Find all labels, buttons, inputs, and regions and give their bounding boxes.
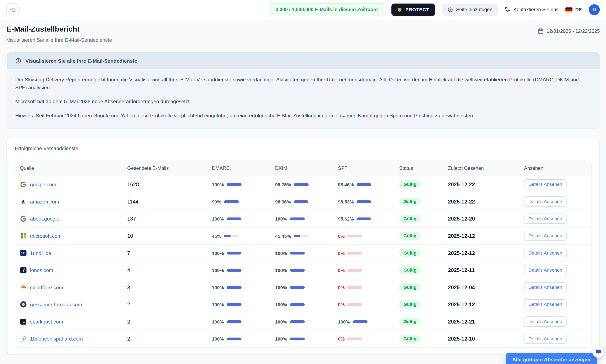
dmarc-cell: 45% bbox=[207, 230, 270, 242]
view-cell: Details Ansehen bbox=[519, 262, 591, 278]
dmarc-metric: 100% bbox=[212, 302, 241, 307]
svg-text:G: G bbox=[22, 302, 25, 307]
dmarc-percent: 100% bbox=[212, 319, 224, 324]
details-button[interactable]: Details Ansehen bbox=[524, 282, 566, 292]
senders-card: Erfolgreiche Versanddienste QuelleGesend… bbox=[7, 138, 600, 354]
table-row: ionos.com4100%100%0%Gültig2025-12-11Deta… bbox=[15, 262, 591, 279]
spf-cell: 0% bbox=[333, 230, 395, 242]
add-page-button[interactable]: Seite hinzufügen bbox=[442, 3, 498, 16]
source-cell: aamazon.com bbox=[15, 195, 123, 208]
contact-us-link[interactable]: Kontaktieren Sie uns bbox=[505, 7, 559, 13]
source-link[interactable]: 1und1.de bbox=[30, 250, 51, 256]
topbar-actions: 3,000 / 1,000,000 E-Mails in diesem Zeit… bbox=[269, 3, 600, 16]
source-link[interactable]: about.google bbox=[30, 216, 59, 221]
table-row: 1&11und1.de7100%100%0%Gültig2025-12-12De… bbox=[15, 245, 591, 262]
dkim-metric: 45.45% bbox=[275, 234, 308, 239]
spf-cell: 98.53% bbox=[333, 195, 395, 208]
source-link[interactable]: cloudflare.com bbox=[30, 284, 63, 290]
source-link[interactable]: google.com bbox=[30, 182, 56, 187]
dmarc-progress-bar bbox=[227, 183, 241, 186]
dmarc-metric: 99% bbox=[212, 199, 239, 204]
spf-cell: 98.46% bbox=[333, 178, 395, 190]
quota-badge: 3,000 / 1,000,000 E-Mails in diesem Zeit… bbox=[269, 3, 384, 16]
spf-progress-bar bbox=[347, 252, 362, 255]
info-icon bbox=[15, 58, 21, 64]
chat-launcher[interactable] bbox=[592, 346, 604, 358]
sidebar-collapse-button[interactable] bbox=[6, 3, 20, 16]
last-seen-date: 2025-12-04 bbox=[448, 284, 475, 290]
spf-cell: 0% bbox=[333, 247, 395, 259]
details-button[interactable]: Details Ansehen bbox=[524, 179, 566, 190]
source-link[interactable]: ionos.com bbox=[30, 267, 53, 273]
date-range-picker[interactable]: 12/01/2025 - 12/22/2025 bbox=[537, 28, 600, 34]
source-link[interactable]: amazon.com bbox=[30, 198, 59, 204]
banner-paragraph: Microsoft hat ab dem 5. Mai 2025 neue Ab… bbox=[15, 98, 589, 106]
cloudflare-favicon-icon bbox=[20, 284, 27, 291]
dkim-cell: 100% bbox=[270, 333, 333, 345]
view-cell: Details Ansehen bbox=[519, 331, 591, 347]
details-button[interactable]: Details Ansehen bbox=[524, 248, 566, 258]
dmarc-progress-bar bbox=[227, 303, 241, 306]
source-link[interactable]: 10dencehispahard.com bbox=[30, 336, 83, 342]
dmarc-cell: 100% bbox=[207, 247, 270, 259]
sent-cell: 7 bbox=[123, 247, 207, 259]
status-badge: Gültig bbox=[399, 249, 421, 257]
details-button[interactable]: Details Ansehen bbox=[524, 334, 566, 344]
dkim-cell: 99.75% bbox=[270, 178, 333, 190]
details-button[interactable]: Details Ansehen bbox=[524, 299, 566, 310]
dkim-metric: 100% bbox=[275, 302, 304, 307]
status-cell: Gültig bbox=[395, 246, 443, 260]
dkim-cell: 98.36% bbox=[270, 195, 333, 208]
sent-cell: 4 bbox=[123, 264, 207, 276]
app-viewport: 3,000 / 1,000,000 E-Mails in diesem Zeit… bbox=[0, 0, 606, 364]
dkim-progress-bar bbox=[290, 252, 304, 255]
user-avatar[interactable]: D bbox=[589, 4, 600, 15]
spf-metric: 0% bbox=[338, 336, 362, 342]
topbar: 3,000 / 1,000,000 E-Mails in diesem Zeit… bbox=[0, 0, 606, 20]
dkim-percent: 45.45% bbox=[275, 234, 291, 239]
add-page-label: Seite hinzufügen bbox=[456, 7, 493, 13]
source-cell: 10dencehispahard.com bbox=[15, 332, 123, 345]
dkim-percent: 100% bbox=[275, 302, 287, 307]
status-badge: Gültig bbox=[399, 266, 421, 274]
dkim-cell: 100% bbox=[270, 213, 333, 225]
status-badge: Gültig bbox=[399, 335, 421, 343]
language-selector[interactable]: DE bbox=[565, 7, 582, 13]
source-cell: microsoft.com bbox=[15, 229, 123, 242]
google-favicon-icon bbox=[20, 215, 27, 222]
details-button[interactable]: Details Ansehen bbox=[524, 231, 566, 241]
show-all-senders-button[interactable]: Alle gültigen Absender anzeigen bbox=[506, 353, 597, 364]
dmarc-metric: 100% bbox=[212, 285, 241, 290]
last-seen-cell: 2025-12-04 bbox=[443, 281, 519, 293]
spf-cell: 0% bbox=[333, 333, 395, 345]
source-link[interactable]: microsoft.com bbox=[30, 233, 62, 239]
status-cell: Gültig bbox=[395, 280, 443, 294]
details-button[interactable]: Details Ansehen bbox=[524, 265, 566, 275]
dkim-cell: 45.45% bbox=[270, 230, 333, 242]
details-button[interactable]: Details Ansehen bbox=[524, 196, 566, 207]
sent-cell: 2 bbox=[123, 316, 207, 328]
1und1-favicon-icon: 1&1 bbox=[20, 250, 27, 256]
phone-icon bbox=[505, 7, 510, 13]
spf-percent: 0% bbox=[338, 234, 345, 239]
last-seen-date: 2025-12-12 bbox=[448, 233, 475, 239]
status-cell: Gültig bbox=[395, 297, 443, 312]
spf-progress-bar bbox=[347, 303, 362, 306]
details-button[interactable]: Details Ansehen bbox=[524, 316, 566, 327]
source-link[interactable]: sparkpost.com bbox=[30, 319, 63, 325]
protect-button[interactable]: PROTECT bbox=[391, 3, 435, 16]
status-cell: Gültig bbox=[395, 195, 443, 209]
dkim-percent: 100% bbox=[275, 285, 287, 290]
dkim-metric: 100% bbox=[275, 285, 304, 290]
dkim-metric: 100% bbox=[275, 216, 304, 221]
spf-percent: 0% bbox=[338, 336, 345, 342]
dkim-percent: 100% bbox=[275, 336, 287, 342]
column-header-quelle: Quelle bbox=[15, 161, 123, 175]
dkim-metric: 100% bbox=[275, 268, 304, 273]
source-link[interactable]: gossamer-threads.com bbox=[30, 301, 82, 307]
status-cell: Gültig bbox=[395, 315, 443, 329]
sent-cell: 10 bbox=[123, 230, 207, 242]
status-cell: Gültig bbox=[395, 263, 443, 277]
source-cell: google.com bbox=[15, 178, 123, 191]
details-button[interactable]: Details Ansehen bbox=[524, 214, 566, 224]
